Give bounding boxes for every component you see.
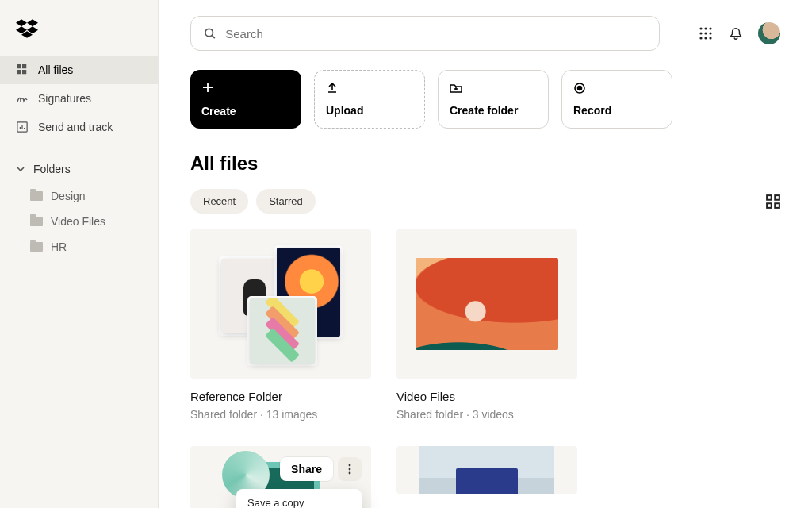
folders-header-label: Folders xyxy=(33,163,71,175)
action-row: Create Upload Create folder Record xyxy=(190,70,780,129)
action-label: Create folder xyxy=(450,104,537,117)
folder-icon xyxy=(30,191,43,201)
notifications-icon[interactable] xyxy=(728,25,744,41)
chip-starred[interactable]: Starred xyxy=(256,189,316,214)
chevron-down-icon xyxy=(16,164,25,174)
sidebar-divider xyxy=(0,148,158,148)
share-button[interactable]: Share xyxy=(280,457,333,481)
card-title: Video Files xyxy=(396,390,577,403)
folder-label: HR xyxy=(51,241,67,253)
card-actions: Share xyxy=(280,457,362,481)
create-folder-button[interactable]: Create folder xyxy=(438,70,549,129)
record-icon xyxy=(573,82,586,94)
svg-point-12 xyxy=(699,37,702,39)
svg-point-8 xyxy=(709,27,711,29)
menu-save-copy[interactable]: Save a copy xyxy=(236,489,362,508)
nav-send-track[interactable]: Send and track xyxy=(0,113,158,141)
nav-label: All files xyxy=(38,64,73,76)
folders-toggle[interactable]: Folders xyxy=(0,155,158,183)
folder-label: Design xyxy=(51,190,86,202)
nav-all-files[interactable]: All files xyxy=(0,56,158,84)
file-card[interactable]: Reference Folder Shared folder · 13 imag… xyxy=(190,229,371,421)
svg-point-10 xyxy=(704,32,707,34)
svg-rect-1 xyxy=(22,64,26,68)
file-card[interactable] xyxy=(396,446,577,508)
thumbnail xyxy=(190,229,371,379)
svg-point-16 xyxy=(578,87,582,90)
svg-rect-3 xyxy=(22,70,26,74)
svg-point-14 xyxy=(709,37,711,39)
more-options-button[interactable] xyxy=(338,457,362,481)
svg-rect-17 xyxy=(767,195,772,200)
page-title: All files xyxy=(190,152,780,175)
signature-icon xyxy=(16,92,29,105)
svg-rect-20 xyxy=(775,203,779,208)
action-label: Record xyxy=(573,104,661,117)
folder-icon xyxy=(30,217,43,226)
file-card[interactable]: Client Agreement Share Save a copy Send … xyxy=(190,446,371,508)
grid-small-icon xyxy=(16,64,29,76)
action-label: Upload xyxy=(326,104,413,117)
svg-point-7 xyxy=(704,27,707,29)
svg-rect-2 xyxy=(17,70,21,74)
upload-icon xyxy=(326,82,339,94)
logo-area xyxy=(0,0,158,56)
file-grid: Reference Folder Shared folder · 13 imag… xyxy=(190,229,780,508)
record-button[interactable]: Record xyxy=(561,70,672,129)
upload-button[interactable]: Upload xyxy=(314,70,425,129)
svg-point-22 xyxy=(349,468,351,471)
topbar xyxy=(190,16,780,51)
folder-item-video[interactable]: Video Files xyxy=(0,209,158,234)
folder-plus-icon xyxy=(450,82,462,94)
folder-item-design[interactable]: Design xyxy=(0,183,158,209)
svg-rect-18 xyxy=(775,195,779,200)
search-icon xyxy=(204,27,216,40)
svg-rect-0 xyxy=(17,64,21,68)
folder-list: Design Video Files HR xyxy=(0,183,158,260)
search-input[interactable] xyxy=(225,27,646,40)
svg-point-11 xyxy=(709,32,711,34)
more-vertical-icon xyxy=(348,464,351,475)
svg-point-21 xyxy=(349,464,351,467)
thumbnail xyxy=(396,229,577,379)
header-actions xyxy=(698,22,780,44)
search-box[interactable] xyxy=(190,16,660,51)
folder-label: Video Files xyxy=(51,215,105,228)
analytics-icon xyxy=(16,121,29,133)
card-subtitle: Shared folder · 3 videos xyxy=(396,408,577,421)
main-content: Create Upload Create folder Record All f… xyxy=(159,0,812,508)
svg-point-9 xyxy=(699,32,702,34)
svg-point-13 xyxy=(704,37,707,39)
dropbox-logo-icon xyxy=(16,19,38,38)
svg-point-5 xyxy=(205,29,213,37)
context-menu: Save a copy Send and track xyxy=(236,489,362,508)
plus-icon xyxy=(201,81,214,94)
view-toggle[interactable] xyxy=(766,194,780,209)
card-title: Reference Folder xyxy=(190,390,371,403)
action-label: Create xyxy=(201,105,290,117)
svg-point-23 xyxy=(349,472,351,475)
chip-recent[interactable]: Recent xyxy=(190,189,248,214)
primary-nav: All files Signatures Send and track xyxy=(0,56,158,141)
svg-point-6 xyxy=(699,27,702,29)
filter-row: Recent Starred xyxy=(190,189,780,214)
folder-item-hr[interactable]: HR xyxy=(0,234,158,260)
avatar[interactable] xyxy=(758,22,780,44)
svg-rect-19 xyxy=(767,203,772,208)
nav-signatures[interactable]: Signatures xyxy=(0,84,158,113)
file-card[interactable]: Video Files Shared folder · 3 videos xyxy=(396,229,577,421)
apps-icon[interactable] xyxy=(698,25,714,41)
thumbnail xyxy=(396,446,577,494)
create-button[interactable]: Create xyxy=(190,70,301,129)
nav-label: Signatures xyxy=(38,92,91,105)
nav-label: Send and track xyxy=(38,121,113,133)
thumbnail: Client Agreement Share Save a copy Send … xyxy=(190,446,371,508)
folder-icon xyxy=(30,242,43,252)
card-subtitle: Shared folder · 13 images xyxy=(190,408,371,421)
sidebar: All files Signatures Send and track Fold… xyxy=(0,0,159,508)
